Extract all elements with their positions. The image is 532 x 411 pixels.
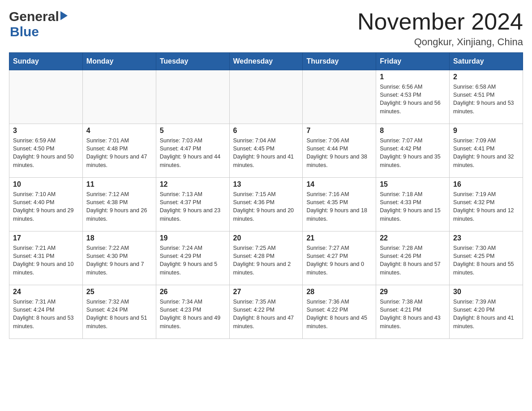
calendar-cell: 13Sunrise: 7:15 AMSunset: 4:36 PMDayligh…	[229, 178, 303, 231]
calendar-cell: 18Sunrise: 7:22 AMSunset: 4:30 PMDayligh…	[82, 231, 156, 285]
day-info: Sunrise: 7:31 AMSunset: 4:24 PMDaylight:…	[13, 298, 79, 330]
calendar-cell: 20Sunrise: 7:25 AMSunset: 4:28 PMDayligh…	[229, 231, 303, 285]
week-row: 24Sunrise: 7:31 AMSunset: 4:24 PMDayligh…	[9, 285, 523, 339]
logo: General Blue	[9, 9, 68, 39]
day-info: Sunrise: 7:12 AMSunset: 4:38 PMDaylight:…	[86, 190, 152, 223]
calendar-cell: 26Sunrise: 7:34 AMSunset: 4:23 PMDayligh…	[156, 285, 229, 339]
day-number: 6	[233, 127, 299, 135]
day-number: 22	[380, 234, 446, 242]
day-info: Sunrise: 6:59 AMSunset: 4:50 PMDaylight:…	[13, 137, 79, 169]
day-info: Sunrise: 7:25 AMSunset: 4:28 PMDaylight:…	[233, 244, 299, 277]
day-number: 26	[160, 288, 226, 296]
calendar-cell: 3Sunrise: 6:59 AMSunset: 4:50 PMDaylight…	[9, 124, 83, 178]
day-of-week-header: Thursday	[303, 53, 376, 70]
day-number: 27	[233, 288, 299, 296]
day-number: 8	[380, 127, 446, 135]
day-number: 29	[380, 288, 446, 296]
week-row: 17Sunrise: 7:21 AMSunset: 4:31 PMDayligh…	[9, 231, 523, 285]
day-info: Sunrise: 7:24 AMSunset: 4:29 PMDaylight:…	[160, 244, 226, 277]
day-number: 11	[86, 180, 152, 188]
day-info: Sunrise: 7:01 AMSunset: 4:48 PMDaylight:…	[86, 137, 152, 169]
calendar-cell: 5Sunrise: 7:03 AMSunset: 4:47 PMDaylight…	[156, 124, 229, 178]
day-info: Sunrise: 7:35 AMSunset: 4:22 PMDaylight:…	[233, 298, 299, 330]
day-info: Sunrise: 6:56 AMSunset: 4:53 PMDaylight:…	[380, 83, 446, 116]
calendar-cell: 7Sunrise: 7:06 AMSunset: 4:44 PMDaylight…	[303, 124, 376, 178]
calendar-cell: 9Sunrise: 7:09 AMSunset: 4:41 PMDaylight…	[450, 124, 523, 178]
day-info: Sunrise: 7:27 AMSunset: 4:27 PMDaylight:…	[306, 244, 372, 277]
day-of-week-header: Tuesday	[156, 53, 229, 70]
day-info: Sunrise: 7:06 AMSunset: 4:44 PMDaylight:…	[306, 137, 372, 169]
logo-general-text: General	[9, 9, 59, 24]
day-info: Sunrise: 6:58 AMSunset: 4:51 PMDaylight:…	[453, 83, 519, 116]
calendar-cell	[303, 70, 376, 124]
day-of-week-header: Sunday	[9, 53, 83, 70]
day-number: 17	[13, 234, 79, 242]
day-info: Sunrise: 7:38 AMSunset: 4:21 PMDaylight:…	[380, 298, 446, 330]
day-number: 16	[453, 180, 519, 188]
calendar-cell: 11Sunrise: 7:12 AMSunset: 4:38 PMDayligh…	[82, 178, 156, 231]
day-info: Sunrise: 7:13 AMSunset: 4:37 PMDaylight:…	[160, 190, 226, 223]
calendar-cell: 6Sunrise: 7:04 AMSunset: 4:45 PMDaylight…	[229, 124, 303, 178]
title-block: November 2024 Qongkur, Xinjiang, China	[357, 9, 523, 48]
day-number: 9	[453, 127, 519, 135]
day-number: 15	[380, 180, 446, 188]
day-number: 23	[453, 234, 519, 242]
day-info: Sunrise: 7:28 AMSunset: 4:26 PMDaylight:…	[380, 244, 446, 277]
week-row: 3Sunrise: 6:59 AMSunset: 4:50 PMDaylight…	[9, 124, 523, 178]
calendar-cell: 27Sunrise: 7:35 AMSunset: 4:22 PMDayligh…	[229, 285, 303, 339]
day-of-week-header: Wednesday	[229, 53, 303, 70]
calendar-cell: 21Sunrise: 7:27 AMSunset: 4:27 PMDayligh…	[303, 231, 376, 285]
day-number: 19	[160, 234, 226, 242]
day-number: 28	[306, 288, 372, 296]
calendar-cell: 1Sunrise: 6:56 AMSunset: 4:53 PMDaylight…	[376, 70, 450, 124]
logo-arrow-icon	[60, 11, 68, 20]
day-of-week-header: Saturday	[450, 53, 523, 70]
day-info: Sunrise: 7:09 AMSunset: 4:41 PMDaylight:…	[453, 137, 519, 169]
calendar-header: SundayMondayTuesdayWednesdayThursdayFrid…	[9, 53, 523, 70]
day-info: Sunrise: 7:34 AMSunset: 4:23 PMDaylight:…	[160, 298, 226, 330]
month-title: November 2024	[357, 9, 523, 34]
day-info: Sunrise: 7:19 AMSunset: 4:32 PMDaylight:…	[453, 190, 519, 223]
day-info: Sunrise: 7:21 AMSunset: 4:31 PMDaylight:…	[13, 244, 79, 277]
calendar-cell	[156, 70, 229, 124]
day-info: Sunrise: 7:07 AMSunset: 4:42 PMDaylight:…	[380, 137, 446, 169]
calendar-cell: 2Sunrise: 6:58 AMSunset: 4:51 PMDaylight…	[450, 70, 523, 124]
days-of-week-row: SundayMondayTuesdayWednesdayThursdayFrid…	[9, 53, 523, 70]
calendar-cell: 30Sunrise: 7:39 AMSunset: 4:20 PMDayligh…	[450, 285, 523, 339]
calendar-cell	[229, 70, 303, 124]
week-row: 1Sunrise: 6:56 AMSunset: 4:53 PMDaylight…	[9, 70, 523, 124]
calendar-cell: 25Sunrise: 7:32 AMSunset: 4:24 PMDayligh…	[82, 285, 156, 339]
day-number: 13	[233, 180, 299, 188]
day-number: 1	[380, 73, 446, 81]
calendar-cell: 12Sunrise: 7:13 AMSunset: 4:37 PMDayligh…	[156, 178, 229, 231]
calendar-cell: 23Sunrise: 7:30 AMSunset: 4:25 PMDayligh…	[450, 231, 523, 285]
day-info: Sunrise: 7:18 AMSunset: 4:33 PMDaylight:…	[380, 190, 446, 223]
day-info: Sunrise: 7:16 AMSunset: 4:35 PMDaylight:…	[306, 190, 372, 223]
day-number: 7	[306, 127, 372, 135]
day-info: Sunrise: 7:15 AMSunset: 4:36 PMDaylight:…	[233, 190, 299, 223]
calendar-cell: 19Sunrise: 7:24 AMSunset: 4:29 PMDayligh…	[156, 231, 229, 285]
day-info: Sunrise: 7:32 AMSunset: 4:24 PMDaylight:…	[86, 298, 152, 330]
day-number: 10	[13, 180, 79, 188]
day-of-week-header: Monday	[82, 53, 156, 70]
calendar-cell: 8Sunrise: 7:07 AMSunset: 4:42 PMDaylight…	[376, 124, 450, 178]
day-number: 20	[233, 234, 299, 242]
day-number: 3	[13, 127, 79, 135]
day-info: Sunrise: 7:36 AMSunset: 4:22 PMDaylight:…	[306, 298, 372, 330]
calendar-cell: 14Sunrise: 7:16 AMSunset: 4:35 PMDayligh…	[303, 178, 376, 231]
day-number: 2	[453, 73, 519, 81]
day-number: 25	[86, 288, 152, 296]
calendar-cell: 29Sunrise: 7:38 AMSunset: 4:21 PMDayligh…	[376, 285, 450, 339]
day-of-week-header: Friday	[376, 53, 450, 70]
calendar-cell: 24Sunrise: 7:31 AMSunset: 4:24 PMDayligh…	[9, 285, 83, 339]
day-info: Sunrise: 7:10 AMSunset: 4:40 PMDaylight:…	[13, 190, 79, 223]
calendar-cell: 15Sunrise: 7:18 AMSunset: 4:33 PMDayligh…	[376, 178, 450, 231]
location-text: Qongkur, Xinjiang, China	[357, 36, 523, 48]
day-info: Sunrise: 7:03 AMSunset: 4:47 PMDaylight:…	[160, 137, 226, 169]
day-info: Sunrise: 7:39 AMSunset: 4:20 PMDaylight:…	[453, 298, 519, 330]
day-number: 4	[86, 127, 152, 135]
day-number: 5	[160, 127, 226, 135]
calendar-cell: 10Sunrise: 7:10 AMSunset: 4:40 PMDayligh…	[9, 178, 83, 231]
day-number: 14	[306, 180, 372, 188]
day-number: 18	[86, 234, 152, 242]
